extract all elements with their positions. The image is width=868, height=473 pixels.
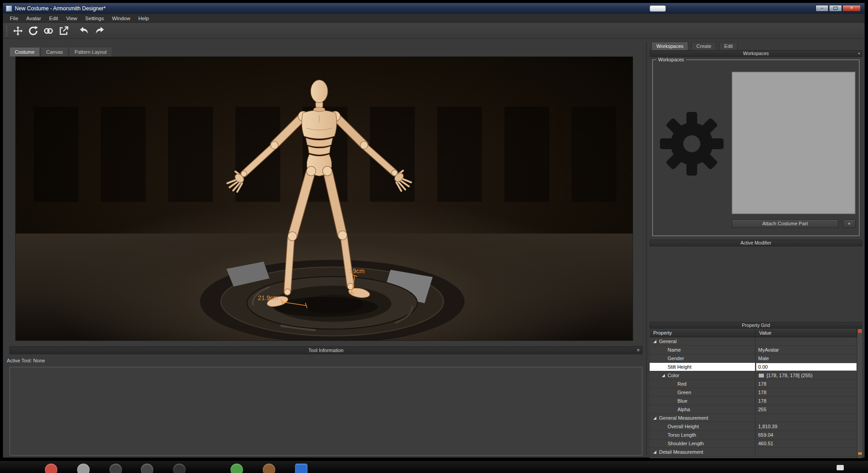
- collapse-arrow-icon[interactable]: [653, 417, 656, 420]
- dark-round-app-2-icon[interactable]: [141, 464, 153, 473]
- property-label: Alpha: [677, 407, 690, 412]
- maximize-icon: [833, 7, 838, 10]
- menu-item-help[interactable]: Help: [135, 14, 153, 22]
- right-tab-edit[interactable]: Edit: [719, 42, 738, 50]
- tab-pattern-layout[interactable]: Pattern Layout: [69, 47, 112, 56]
- window-title: New Costume - Armorsmith Designer*: [15, 5, 106, 12]
- property-value: 460.51: [758, 441, 773, 446]
- property-cell: Color: [650, 371, 755, 379]
- property-cell: Detail Measurement: [650, 448, 755, 456]
- property-label: Gender: [668, 356, 684, 361]
- document-tabs: CostumeCanvasPattern Layout: [9, 47, 112, 56]
- property-row-stilt-height[interactable]: Stilt Height0.00: [650, 363, 857, 371]
- viewport-3d[interactable]: 19cm 21.9cm: [15, 56, 633, 341]
- title-bar[interactable]: New Costume - Armorsmith Designer* – ×: [3, 3, 864, 14]
- measurement-label-right-foot: 19cm: [349, 267, 365, 275]
- brown-round-app-icon[interactable]: [263, 464, 275, 473]
- property-grid-header: Property Grid: [650, 322, 862, 329]
- close-button[interactable]: ×: [842, 5, 861, 12]
- menu-item-edit[interactable]: Edit: [45, 14, 62, 22]
- column-header-value[interactable]: Value: [755, 329, 857, 337]
- right-tab-create[interactable]: Create: [691, 42, 716, 50]
- property-cell: General: [650, 337, 755, 345]
- undo-icon[interactable]: [78, 24, 91, 38]
- property-value: [178, 178, 178] (255): [767, 373, 812, 378]
- property-cell: Alpha: [650, 405, 755, 413]
- minimize-button[interactable]: –: [816, 5, 829, 12]
- property-value: 178: [758, 381, 766, 387]
- property-cell: Green: [650, 388, 755, 396]
- property-row-overall-height[interactable]: Overall Height1,810.39: [650, 422, 857, 431]
- value-cell: [178, 178, 178] (255): [756, 371, 857, 379]
- tab-canvas[interactable]: Canvas: [41, 47, 68, 56]
- chevron-down-icon[interactable]: ▾: [858, 51, 860, 56]
- menu-item-settings[interactable]: Settings: [81, 14, 108, 22]
- titlebar-extra-button[interactable]: [650, 5, 666, 12]
- value-cell: Male: [756, 354, 857, 362]
- export-tool-icon[interactable]: [57, 24, 70, 38]
- property-label: Name: [668, 347, 681, 353]
- property-grid-scrollbar[interactable]: [857, 329, 862, 458]
- value-cell: 178: [756, 397, 857, 405]
- attach-costume-part-button[interactable]: Attach Costume Part: [732, 219, 838, 228]
- property-label: Red: [677, 381, 686, 387]
- property-row-gender[interactable]: GenderMale: [650, 354, 857, 363]
- link-tool-icon[interactable]: [42, 24, 55, 38]
- value-cell: 178: [756, 388, 857, 396]
- redo-icon[interactable]: [93, 24, 106, 38]
- costume-part-list[interactable]: [732, 72, 855, 214]
- tray-icon[interactable]: [837, 465, 844, 470]
- property-cell: Stilt Height: [650, 363, 755, 371]
- maximize-button[interactable]: [829, 5, 842, 12]
- property-row-general[interactable]: General: [650, 337, 857, 346]
- property-value: 178: [758, 390, 766, 395]
- toolbar: [3, 23, 864, 39]
- collapse-arrow-icon[interactable]: [653, 340, 656, 343]
- property-value: 1,810.39: [758, 424, 777, 429]
- property-cell: Blue: [650, 397, 755, 405]
- tool-information-box: [9, 367, 642, 456]
- property-row-detail-measurement[interactable]: Detail Measurement: [650, 448, 857, 456]
- panel-splitter[interactable]: [646, 42, 647, 456]
- property-row-alpha[interactable]: Alpha255: [650, 405, 857, 414]
- value-cell: 460.51: [756, 439, 857, 447]
- property-cell: Red: [650, 380, 755, 388]
- property-row-red[interactable]: Red178: [650, 380, 857, 388]
- app-window: New Costume - Armorsmith Designer* – × F…: [3, 3, 865, 458]
- rotate-tool-icon[interactable]: [26, 24, 40, 38]
- menu-item-window[interactable]: Window: [108, 14, 135, 22]
- dark-round-app-3-icon[interactable]: [173, 464, 186, 473]
- gray-round-app-icon[interactable]: [77, 464, 90, 473]
- menu-item-view[interactable]: View: [62, 14, 81, 22]
- property-label: Green: [677, 390, 691, 395]
- menu-item-file[interactable]: File: [6, 14, 22, 22]
- right-tab-workspaces[interactable]: Workspaces: [651, 42, 688, 50]
- property-row-color[interactable]: Color[178, 178, 178] (255): [650, 371, 857, 380]
- value-cell: 255: [756, 405, 857, 413]
- blue-square-app-icon[interactable]: [295, 464, 308, 473]
- red-round-app-icon[interactable]: [45, 464, 57, 473]
- right-panel-tabs: WorkspacesCreateEdit: [651, 42, 738, 50]
- property-row-name[interactable]: NameMyAvatar: [650, 346, 857, 354]
- scrollbar-mark-bottom: [858, 452, 862, 455]
- close-icon[interactable]: ×: [637, 347, 640, 354]
- value-cell[interactable]: 0.00: [756, 363, 857, 371]
- dark-round-app-1-icon[interactable]: [109, 464, 122, 473]
- viewport-3d-scene[interactable]: 19cm 21.9cm: [16, 57, 633, 340]
- property-row-green[interactable]: Green178: [650, 388, 857, 397]
- property-row-general-measurement[interactable]: General Measurement: [650, 414, 857, 422]
- toolbar-grip-icon[interactable]: [6, 26, 8, 36]
- property-row-torso-length[interactable]: Torso Length659.04: [650, 431, 857, 439]
- property-row-blue[interactable]: Blue178: [650, 397, 857, 405]
- add-workspace-button[interactable]: +: [843, 219, 855, 228]
- move-tool-icon[interactable]: [11, 24, 25, 38]
- collapse-arrow-icon[interactable]: [662, 374, 665, 377]
- value-cell: [756, 414, 857, 422]
- collapse-arrow-icon[interactable]: [653, 451, 656, 454]
- column-header-property[interactable]: Property: [650, 329, 755, 337]
- toolbar-buttons: [11, 24, 108, 38]
- tab-costume[interactable]: Costume: [9, 47, 40, 56]
- green-round-app-icon[interactable]: [230, 464, 243, 473]
- menu-item-avatar[interactable]: Avatar: [22, 14, 45, 22]
- property-row-shoulder-length[interactable]: Shoulder Length460.51: [650, 439, 857, 448]
